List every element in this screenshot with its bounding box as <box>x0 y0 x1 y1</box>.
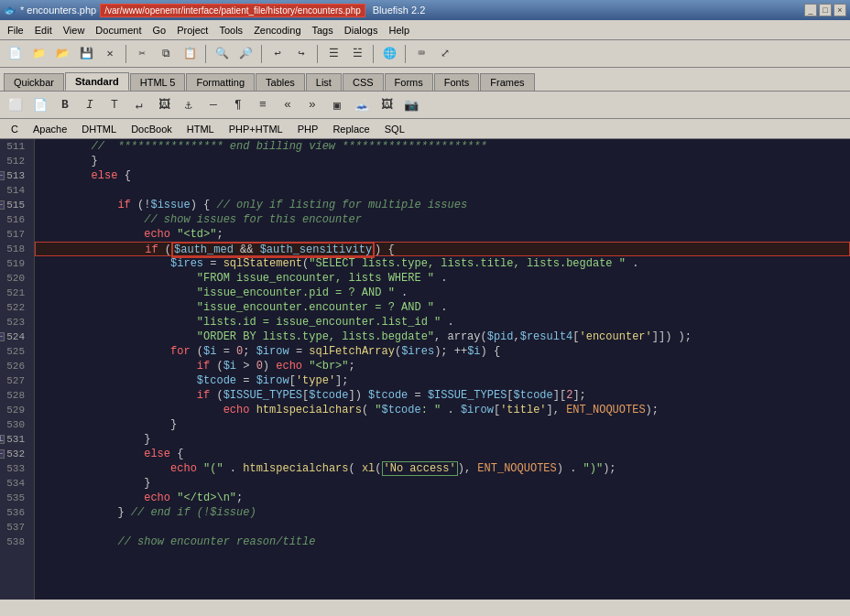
subbar-html[interactable]: HTML <box>180 122 222 136</box>
window-controls[interactable]: _ □ × <box>804 4 846 16</box>
menu-view[interactable]: View <box>58 23 91 38</box>
subbar-docbook[interactable]: DocBook <box>124 122 180 136</box>
search2-button[interactable]: 🔎 <box>234 43 256 65</box>
redo-button[interactable]: ↪ <box>290 43 312 65</box>
tab-fonts[interactable]: Fonts <box>434 73 480 91</box>
tab-quickbar[interactable]: Quickbar <box>4 73 64 91</box>
tab-html5[interactable]: HTML 5 <box>130 73 186 91</box>
ln-526: 526 <box>0 359 28 373</box>
tab-frames[interactable]: Frames <box>480 73 534 91</box>
tab-css[interactable]: CSS <box>343 73 384 91</box>
close-button[interactable]: × <box>834 4 846 16</box>
file-path: /var/www/openemr/interface/patient_file/… <box>100 4 365 17</box>
menu-tags[interactable]: Tags <box>307 23 339 38</box>
tab-standard[interactable]: Standard <box>65 72 129 91</box>
subbar-phphtml[interactable]: PHP+HTML <box>222 122 290 136</box>
indent2-button[interactable]: ☱ <box>346 43 368 65</box>
minimize-button[interactable]: _ <box>804 4 817 16</box>
html-rule-button[interactable]: — <box>202 94 225 116</box>
toolbar-sep5 <box>373 45 374 63</box>
html-para-button[interactable]: ¶ <box>226 94 250 116</box>
subbar-replace[interactable]: Replace <box>325 122 376 136</box>
save-file-button[interactable]: 💾 <box>75 43 97 65</box>
html-img4-button[interactable]: 📷 <box>399 94 423 116</box>
toolbar-sep3 <box>261 45 262 63</box>
code-line-519: $ires = sqlStatement("SELECT lists.type,… <box>35 256 850 271</box>
copy-button[interactable]: ⧉ <box>155 43 177 65</box>
tab-tables[interactable]: Tables <box>256 73 305 91</box>
ln-521: 521 <box>0 286 28 300</box>
code-line-535: echo "</td>\n"; <box>35 491 850 505</box>
html-text-button[interactable]: T <box>103 94 126 116</box>
code-line-531: } <box>35 432 850 447</box>
globe-button[interactable]: 🌐 <box>378 43 400 65</box>
code-line-517: echo "<td>"; <box>35 227 850 242</box>
cut-button[interactable]: ✂ <box>131 43 153 65</box>
code-editor[interactable]: 511 512 -513 514 -515 516 517 518 519 52… <box>0 139 850 600</box>
code-line-538: // show encounter reason/title <box>35 535 850 549</box>
menu-dialogs[interactable]: Dialogs <box>339 23 384 38</box>
code-line-521: "issue_encounter.pid = ? AND " . <box>35 286 850 300</box>
html-bold-button[interactable]: B <box>53 94 77 116</box>
paste-button[interactable]: 📋 <box>179 43 201 65</box>
resize-button[interactable]: ⤢ <box>434 43 456 65</box>
html-right-button[interactable]: » <box>300 94 324 116</box>
html-open-button[interactable]: 📄 <box>28 94 52 116</box>
code-line-537 <box>35 520 850 535</box>
ln-537: 537 <box>0 520 28 535</box>
html-img3-button[interactable]: 🖼 <box>375 94 398 116</box>
undo-button[interactable]: ↩ <box>267 43 289 65</box>
code-line-530: } <box>35 417 850 432</box>
subbar-c[interactable]: C <box>4 122 26 136</box>
html-center-button[interactable]: ≡ <box>251 94 275 116</box>
ln-513: -513 <box>0 168 28 183</box>
html-img2-button[interactable]: 🗻 <box>350 94 374 116</box>
menu-help[interactable]: Help <box>383 23 415 38</box>
menu-file[interactable]: File <box>2 23 29 38</box>
toolbar-sep6 <box>405 45 406 63</box>
code-line-524: "ORDER BY lists.type, lists.begdate", ar… <box>35 330 850 344</box>
html-img-button[interactable]: 🖼 <box>152 94 176 116</box>
open-file2-button[interactable]: 📂 <box>51 43 73 65</box>
new-file-button[interactable]: 📄 <box>4 43 26 65</box>
subbar-php[interactable]: PHP <box>290 122 326 136</box>
subbar-dhtml[interactable]: DHTML <box>74 122 124 136</box>
menu-edit[interactable]: Edit <box>29 23 58 38</box>
code-line-520: "FROM issue_encounter, lists WHERE " . <box>35 271 850 286</box>
search-button[interactable]: 🔍 <box>211 43 233 65</box>
html-back-button[interactable]: ↵ <box>127 94 151 116</box>
code-line-528: if ($ISSUE_TYPES[$tcode]) $tcode = $ISSU… <box>35 388 850 403</box>
tab-formatting[interactable]: Formatting <box>186 73 255 91</box>
tab-list[interactable]: List <box>306 73 342 91</box>
ln-522: 522 <box>0 300 28 315</box>
code-line-527: $tcode = $irow['type']; <box>35 373 850 388</box>
subbar-sql[interactable]: SQL <box>377 122 412 136</box>
subbar-apache[interactable]: Apache <box>26 122 74 136</box>
html-italic-button[interactable]: I <box>78 94 102 116</box>
html-frame-button[interactable]: ▣ <box>325 94 349 116</box>
code-line-534: } <box>35 476 850 491</box>
html-anchor-button[interactable]: ⚓ <box>177 94 201 116</box>
ln-530: 530 <box>0 417 28 432</box>
keyboard-button[interactable]: ⌨ <box>410 43 432 65</box>
title-bar: 🐟 * encounters.php /var/www/openemr/inte… <box>0 0 850 20</box>
maximize-button[interactable]: □ <box>819 4 832 16</box>
code-line-513: else { <box>35 168 850 183</box>
close-file-button[interactable]: ✕ <box>99 43 121 65</box>
indent-button[interactable]: ☰ <box>322 43 344 65</box>
menu-go[interactable]: Go <box>147 23 172 38</box>
open-file-button[interactable]: 📁 <box>27 43 49 65</box>
tab-forms[interactable]: Forms <box>385 73 433 91</box>
html-left-button[interactable]: « <box>276 94 300 116</box>
menu-tools[interactable]: Tools <box>213 23 248 38</box>
menu-zencoding[interactable]: Zencoding <box>248 23 306 38</box>
file-title: * encounters.php <box>20 5 96 16</box>
toolbar-html: ⬜ 📄 B I T ↵ 🖼 ⚓ — ¶ ≡ « » ▣ 🗻 🖼 📷 <box>0 92 850 119</box>
html-new-button[interactable]: ⬜ <box>4 94 27 116</box>
menu-project[interactable]: Project <box>171 23 213 38</box>
code-line-525: for ($i = 0; $irow = sqlFetchArray($ires… <box>35 344 850 359</box>
code-lines[interactable]: // **************** end billing view ***… <box>35 139 850 600</box>
menu-document[interactable]: Document <box>90 23 147 38</box>
code-line-518: if ($auth_med && $auth_sensitivity) { <box>35 242 850 256</box>
ln-527: 527 <box>0 373 28 388</box>
